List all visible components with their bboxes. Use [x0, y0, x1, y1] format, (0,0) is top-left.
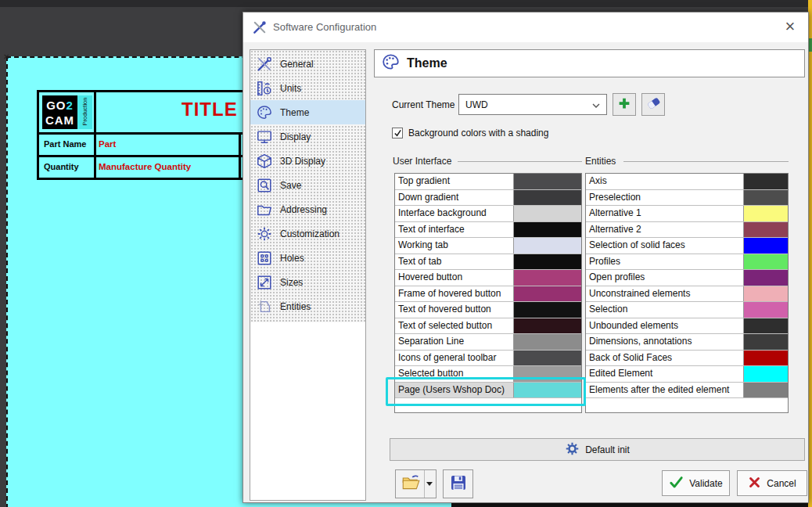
color-swatch[interactable] [513, 222, 581, 238]
default-init-label: Default init [585, 444, 630, 455]
sidebar-item-theme[interactable]: Theme [250, 100, 365, 124]
color-row-label: Text of hovered button [395, 302, 513, 318]
sidebar-item-sizes[interactable]: Sizes [250, 270, 365, 294]
color-swatch[interactable] [513, 302, 581, 318]
color-row[interactable]: Open profiles [586, 270, 788, 286]
color-swatch[interactable] [743, 383, 788, 398]
color-row-label: Unbounded elements [586, 318, 743, 334]
sidebar-item-addressing[interactable]: Addressing [250, 197, 365, 221]
cancel-label: Cancel [767, 478, 796, 489]
color-row[interactable]: Dimensions, annotations [586, 334, 788, 351]
add-theme-button[interactable] [613, 93, 636, 116]
delete-theme-button[interactable] [641, 93, 665, 116]
app-root: ✕ GO2 CAM Production TITLE Part Name Par… [0, 0, 812, 507]
sidebar-item-general[interactable]: General [250, 52, 365, 76]
color-swatch[interactable] [743, 318, 788, 334]
folder-outline-icon [254, 200, 275, 220]
color-row[interactable]: Icons of general toolbar [395, 351, 581, 367]
color-swatch[interactable] [513, 254, 581, 270]
sidebar-item-save[interactable]: Save [250, 173, 365, 197]
color-swatch[interactable] [743, 254, 788, 270]
current-theme-select[interactable]: UWD [458, 94, 607, 115]
sidebar-item-entities[interactable]: Entities [250, 294, 365, 318]
color-swatch[interactable] [513, 206, 581, 221]
color-swatch[interactable] [743, 334, 788, 350]
color-row-label: Frame of hovered button [395, 286, 513, 302]
color-swatch[interactable] [743, 270, 788, 286]
settings-sidebar: General Units Theme Display 3D Display S… [250, 49, 366, 501]
monitor-icon [254, 127, 275, 147]
color-swatch[interactable] [513, 318, 581, 334]
color-row-label: Open profiles [586, 270, 743, 286]
color-row[interactable]: Selection of solid faces [586, 238, 788, 254]
color-row[interactable]: Back of Solid Faces [586, 351, 788, 367]
color-row[interactable]: Text of tab [395, 254, 581, 271]
shading-checkbox-label: Background colors with a shading [408, 128, 548, 138]
color-row-label: Selection [586, 302, 743, 318]
shading-checkbox[interactable] [392, 128, 403, 138]
color-swatch[interactable] [743, 366, 788, 382]
color-swatch[interactable] [513, 351, 581, 366]
check-icon [669, 475, 684, 492]
quantity-value: Manufacture Quantity [99, 162, 191, 171]
sidebar-item-units[interactable]: Units [250, 76, 365, 100]
color-row[interactable]: Alternative 2 [586, 222, 788, 239]
validate-button[interactable]: Validate [662, 470, 730, 496]
color-row[interactable]: Alternative 1 [586, 206, 788, 222]
part-name-label: Part Name [44, 139, 86, 149]
color-swatch[interactable] [743, 174, 788, 189]
color-row-label: Axis [586, 174, 743, 189]
color-row[interactable]: Text of selected button [395, 318, 581, 335]
color-row[interactable]: Hovered button [395, 270, 581, 286]
entities-color-list: Axis Preselection Alternative 1 Alternat… [585, 173, 789, 413]
user-interface-group-title: User Interface [393, 156, 451, 167]
default-init-button[interactable]: Default init [390, 438, 805, 461]
sidebar-item-holes[interactable]: Holes [250, 246, 365, 270]
color-swatch[interactable] [743, 222, 788, 238]
color-row[interactable]: Preselection [586, 190, 788, 207]
color-row[interactable]: Separation Line [395, 334, 581, 351]
sidebar-item-3d-display[interactable]: 3D Display [250, 149, 365, 173]
chevron-down-icon [592, 99, 600, 110]
color-swatch[interactable] [743, 286, 788, 302]
color-swatch[interactable] [743, 206, 788, 221]
x-icon [748, 476, 761, 491]
sidebar-item-customization[interactable]: Customization [250, 221, 365, 246]
color-row[interactable]: Elements after the edited element [586, 383, 788, 399]
save-theme-button[interactable] [443, 469, 473, 498]
color-row-label: Text of tab [395, 254, 513, 270]
color-row-label: Edited Element [586, 366, 743, 382]
quantity-label: Quantity [44, 162, 79, 171]
color-swatch[interactable] [513, 174, 581, 189]
close-icon[interactable]: × [780, 16, 800, 37]
color-row[interactable]: Text of hovered button [395, 302, 581, 318]
color-row[interactable]: Interface background [395, 206, 581, 222]
color-row[interactable]: Working tab [395, 238, 581, 254]
color-row[interactable]: Top gradient [395, 174, 581, 190]
color-swatch[interactable] [743, 190, 788, 206]
color-swatch[interactable] [513, 270, 581, 286]
gear-icon [565, 441, 580, 458]
cancel-button[interactable]: Cancel [737, 470, 807, 496]
color-row[interactable]: Selection [586, 302, 788, 318]
color-swatch[interactable] [743, 351, 788, 366]
color-swatch[interactable] [513, 286, 581, 302]
color-row[interactable]: Profiles [586, 254, 788, 271]
color-swatch[interactable] [743, 238, 788, 254]
color-row[interactable]: Unconstrained elements [586, 286, 788, 303]
load-theme-button[interactable] [395, 469, 437, 498]
color-swatch[interactable] [513, 238, 581, 254]
color-row[interactable]: Unbounded elements [586, 318, 788, 335]
color-swatch[interactable] [513, 190, 581, 206]
color-row[interactable]: Edited Element [586, 366, 788, 383]
color-row[interactable]: Text of interface [395, 222, 581, 239]
color-swatch[interactable] [513, 334, 581, 350]
color-swatch[interactable] [743, 302, 788, 318]
sidebar-item-display[interactable]: Display [250, 124, 365, 149]
shading-checkbox-row[interactable]: Background colors with a shading [392, 128, 548, 138]
load-theme-dropdown[interactable] [424, 470, 435, 498]
tools-icon [254, 54, 275, 74]
color-row[interactable]: Down gradient [395, 190, 581, 207]
color-row[interactable]: Frame of hovered button [395, 286, 581, 303]
color-row[interactable]: Axis [586, 174, 788, 190]
